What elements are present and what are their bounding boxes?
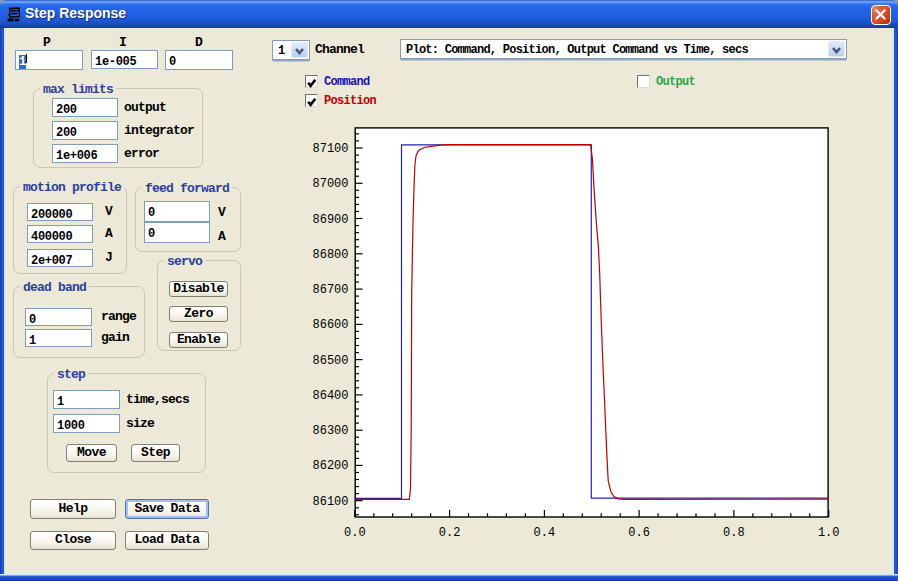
svg-text:87000: 87000 xyxy=(312,177,348,191)
svg-text:0.8: 0.8 xyxy=(723,526,745,540)
svg-text:86300: 86300 xyxy=(312,424,348,438)
svg-text:86800: 86800 xyxy=(312,248,348,262)
svg-text:1.0: 1.0 xyxy=(818,526,840,540)
svg-text:0.2: 0.2 xyxy=(439,526,461,540)
svg-text:86500: 86500 xyxy=(312,354,348,368)
svg-text:86100: 86100 xyxy=(312,495,348,509)
svg-text:86600: 86600 xyxy=(312,318,348,332)
svg-text:86400: 86400 xyxy=(312,389,348,403)
svg-text:86200: 86200 xyxy=(312,459,348,473)
svg-text:86900: 86900 xyxy=(312,213,348,227)
svg-text:0.0: 0.0 xyxy=(344,526,366,540)
svg-text:0.6: 0.6 xyxy=(628,526,650,540)
svg-text:0.4: 0.4 xyxy=(534,526,556,540)
svg-text:86700: 86700 xyxy=(312,283,348,297)
svg-text:87100: 87100 xyxy=(312,142,348,156)
